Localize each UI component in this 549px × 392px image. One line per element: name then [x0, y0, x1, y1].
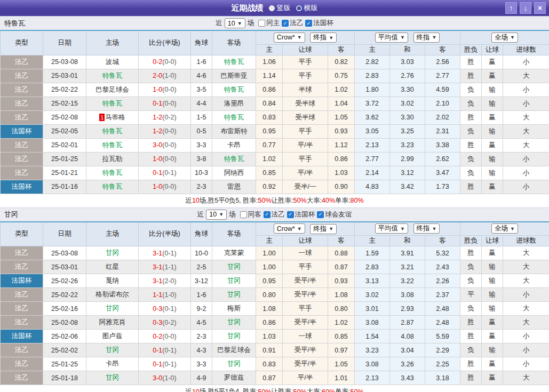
average-odds-select[interactable]: 平均值▼ — [375, 223, 408, 234]
away-team[interactable]: 布雷斯特 — [212, 124, 256, 138]
home-team[interactable]: 拉瓦勒 — [86, 152, 139, 166]
away-team[interactable]: 卡昂 — [212, 138, 256, 152]
away-team[interactable]: 甘冈 — [212, 274, 256, 288]
home-team[interactable]: 波城 — [86, 55, 139, 69]
final-odds-select[interactable]: 终指▼ — [310, 33, 337, 43]
fulltime-select[interactable]: 全场▼ — [491, 33, 518, 43]
avg-away-odds: 3.47 — [425, 166, 460, 180]
crow-away-odds: 0.87 — [328, 260, 355, 274]
avg-away-odds: 3.38 — [425, 138, 460, 152]
full-time-score: 3-0 — [153, 374, 162, 382]
crow-odds-select[interactable]: Crow*▼ — [274, 223, 305, 234]
final-odds-select-2[interactable]: 终指▼ — [413, 33, 440, 43]
goals-label: 大 — [503, 110, 549, 124]
filter-checkbox[interactable]: 同客 — [240, 210, 261, 219]
radio-vertical-layout[interactable]: 竖版 — [269, 3, 291, 13]
home-team[interactable]: 1马蒂格 — [86, 110, 139, 124]
final-odds-select[interactable]: 终指▼ — [310, 224, 337, 234]
filter-checkbox[interactable]: 同主 — [258, 19, 280, 28]
crow-handicap: 平/半 — [283, 166, 328, 180]
filter-checkboxes: 同客 ✓ 法乙 ✓ 法国杯 ✓ 球会友谊 — [240, 210, 352, 219]
handicap-result-label: 赢 — [482, 246, 503, 260]
away-team[interactable]: 洛里昂 — [212, 97, 256, 110]
avg-away-odds: 5.59 — [425, 330, 460, 343]
match-score: 1-2(0-2) — [139, 110, 191, 124]
crow-away-odds: 1.03 — [328, 166, 355, 180]
average-odds-select[interactable]: 平均值▼ — [375, 33, 408, 43]
home-team[interactable]: 甘冈 — [86, 343, 139, 357]
summary-text: 近10场,胜5平0负5, 胜率:50% 让胜率:50% 大率:40% 单率:80… — [0, 194, 549, 207]
full-time-score: 3-0 — [153, 141, 162, 149]
avg-away-odds: 2.25 — [425, 357, 460, 371]
home-team[interactable]: 卡昂 — [86, 357, 139, 371]
home-team[interactable]: 甘冈 — [86, 302, 139, 316]
away-team[interactable]: 甘冈 — [212, 330, 256, 343]
home-team[interactable]: 甘冈 — [86, 371, 139, 385]
home-team[interactable]: 图卢兹 — [86, 330, 139, 343]
filter-checkbox[interactable]: ✓ 法国杯 — [287, 210, 315, 219]
away-team[interactable]: 雷恩 — [212, 180, 256, 194]
move-down-button[interactable]: ↓ — [520, 2, 531, 14]
away-team[interactable]: 甘冈 — [212, 288, 256, 302]
table-row: 法国杯 25-02-26 戛纳 3-1(2-0) 3-12 甘冈 0.95 受平… — [1, 274, 549, 288]
away-team[interactable]: 特鲁瓦 — [212, 110, 256, 124]
result-label: 负 — [460, 97, 482, 110]
home-team[interactable]: 特鲁瓦 — [86, 124, 139, 138]
away-team[interactable]: 巴斯蒂亚 — [212, 69, 256, 83]
match-score: 0-2(0-0) — [139, 330, 191, 343]
away-team[interactable]: 梅斯 — [212, 302, 256, 316]
match-score: 1-0(0-0) — [139, 152, 191, 166]
home-team[interactable]: 阿雅克肖 — [86, 316, 139, 330]
full-time-score: 1-0 — [153, 86, 162, 93]
home-team[interactable]: 格勒诺布尔 — [86, 288, 139, 302]
away-team[interactable]: 甘冈 — [212, 260, 256, 274]
col-handicap-result: 让球 — [482, 44, 503, 55]
match-score: 3-1(2-0) — [139, 274, 191, 288]
crow-home-odds: 0.92 — [256, 180, 283, 194]
corner-count: 4-5 — [191, 316, 212, 330]
home-team[interactable]: 戛纳 — [86, 274, 139, 288]
home-team[interactable]: 特鲁瓦 — [86, 138, 139, 152]
match-score: 3-1(1-1) — [139, 260, 191, 274]
handicap-result-label: 赢 — [482, 316, 503, 330]
chevron-down-icon: ▼ — [432, 226, 437, 231]
home-team[interactable]: 特鲁瓦 — [86, 69, 139, 83]
filter-near-label: 近 — [197, 210, 204, 219]
result-label: 负 — [460, 260, 482, 274]
home-team[interactable]: 红星 — [86, 260, 139, 274]
filter-checkbox[interactable]: ✓ 法乙 — [282, 19, 303, 28]
away-team[interactable]: 罗德兹 — [212, 371, 256, 385]
filter-checkbox[interactable]: ✓ 法国杯 — [305, 19, 333, 28]
full-time-score: 2-0 — [153, 72, 162, 79]
radio-horizontal-layout[interactable]: 横版 — [296, 3, 318, 13]
filter-checkbox[interactable]: ✓ 法乙 — [264, 210, 285, 219]
avg-home-odds: 3.05 — [355, 124, 390, 138]
away-team[interactable]: 阿纳西 — [212, 166, 256, 180]
away-team[interactable]: 特鲁瓦 — [212, 83, 256, 97]
match-count-select[interactable]: 10▼ — [206, 210, 227, 220]
home-team[interactable]: 甘冈 — [86, 246, 139, 260]
close-button[interactable]: × — [534, 2, 546, 14]
final-odds-select-2[interactable]: 终指▼ — [413, 223, 440, 234]
fulltime-select[interactable]: 全场▼ — [491, 223, 518, 234]
match-count-select[interactable]: 10▼ — [225, 18, 245, 28]
away-team[interactable]: 甘冈 — [212, 357, 256, 371]
away-team[interactable]: 克莱蒙 — [212, 246, 256, 260]
away-team[interactable]: 特鲁瓦 — [212, 55, 256, 69]
home-team[interactable]: 特鲁瓦 — [86, 97, 139, 110]
move-up-button[interactable]: ↑ — [505, 2, 517, 14]
crow-odds-select[interactable]: Crow*▼ — [274, 33, 305, 43]
away-team[interactable]: 甘冈 — [212, 316, 256, 330]
table-row: 法国杯 25-02-06 图卢兹 0-2(0-0) 2-3 甘冈 1.03 一球… — [1, 330, 549, 343]
away-team[interactable]: 巴黎足球会 — [212, 343, 256, 357]
home-team[interactable]: 特鲁瓦 — [86, 180, 139, 194]
filter-checkbox[interactable]: ✓ 球会友谊 — [317, 210, 352, 219]
col-avg-draw: 和 — [390, 236, 425, 246]
home-team[interactable]: 巴黎足球会 — [86, 83, 139, 97]
crow-home-odds: 0.86 — [256, 316, 283, 330]
avg-draw-odds: 3.30 — [390, 110, 425, 124]
home-team[interactable]: 特鲁瓦 — [86, 166, 139, 180]
handicap-result-label: 输 — [482, 260, 503, 274]
avg-away-odds: 2.10 — [425, 97, 460, 110]
away-team[interactable]: 特鲁瓦 — [212, 152, 256, 166]
